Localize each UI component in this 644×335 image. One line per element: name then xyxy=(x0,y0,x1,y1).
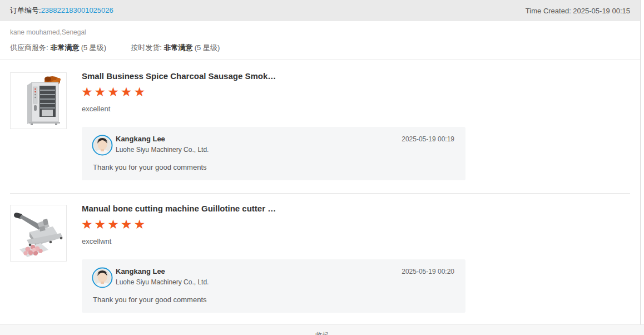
avatar-photo xyxy=(92,135,113,156)
supplier-avatar xyxy=(92,267,113,288)
rating-supplier-service-value: 非常满意 xyxy=(51,43,80,52)
product-image-smoker-oven[interactable] xyxy=(10,72,67,129)
supplier-contact-name: Kangkang Lee xyxy=(116,135,165,143)
rating-supplier-service-label: 供应商服务: xyxy=(10,43,48,52)
product-title[interactable]: Manual bone cutting machine Guillotine c… xyxy=(82,204,465,213)
order-header-bar: 订单编号:238822183001025026 Time Created: 20… xyxy=(0,0,641,21)
product-title[interactable]: Small Business Spice Charcoal Sausage Sm… xyxy=(82,71,465,81)
order-number-link[interactable]: 238822183001025026 xyxy=(41,6,113,14)
supplier-company-name: Luohe Siyu Machinery Co., Ltd. xyxy=(116,278,209,286)
order-id-group: 订单编号:238822183001025026 xyxy=(10,6,113,16)
order-feedback-page: 订单编号:238822183001025026 Time Created: 20… xyxy=(0,0,644,335)
star-rating-icons: ★★★★★ xyxy=(81,218,147,231)
product-image-bone-cutter[interactable] xyxy=(10,205,67,262)
smoker-oven-picture xyxy=(11,73,66,129)
supplier-avatar xyxy=(92,135,113,156)
reply-text: Thank you for your good comments xyxy=(93,163,207,171)
collapse-button[interactable]: 收起 xyxy=(315,331,329,335)
buyer-name: kane mouhamed,Senegal xyxy=(10,28,86,36)
overall-ratings-row: 供应商服务:非常满意(5 星级) 按时发货:非常满意(5 星级) xyxy=(10,43,220,53)
buyer-comment: excellent xyxy=(82,105,110,113)
rating-on-time-shipment: 按时发货:非常满意(5 星级) xyxy=(131,43,220,53)
buyer-comment: excellwnt xyxy=(82,237,111,245)
order-id-label: 订单编号: xyxy=(10,6,41,14)
reply-timestamp: 2025-05-19 00:19 xyxy=(402,135,454,143)
rating-on-time-shipment-value: 非常满意 xyxy=(164,43,193,52)
review-item: Manual bone cutting machine Guillotine c… xyxy=(0,204,644,326)
avatar-photo xyxy=(92,267,113,288)
supplier-reply-box: Kangkang Lee Luohe Siyu Machinery Co., L… xyxy=(82,127,465,180)
rating-on-time-shipment-level: (5 星级) xyxy=(195,43,220,52)
rating-supplier-service-level: (5 星级) xyxy=(81,43,107,52)
bone-cutter-picture xyxy=(11,205,66,261)
reply-timestamp: 2025-05-19 00:20 xyxy=(402,268,454,275)
footer-bar: 收起 xyxy=(0,324,644,335)
rating-supplier-service: 供应商服务:非常满意(5 星级) xyxy=(10,43,106,53)
supplier-company-name: Luohe Siyu Machinery Co., Ltd. xyxy=(116,146,209,154)
supplier-contact-name: Kangkang Lee xyxy=(116,267,165,275)
review-item: Small Business Spice Charcoal Sausage Sm… xyxy=(0,71,644,194)
section-divider xyxy=(0,60,640,60)
star-rating-icons: ★★★★★ xyxy=(81,86,147,98)
reply-text: Thank you for your good comments xyxy=(93,295,207,304)
review-divider xyxy=(10,193,630,194)
time-created-label: Time Created: 2025-05-19 00:15 xyxy=(526,7,630,15)
supplier-reply-box: Kangkang Lee Luohe Siyu Machinery Co., L… xyxy=(82,259,465,313)
rating-on-time-shipment-label: 按时发货: xyxy=(131,43,162,52)
